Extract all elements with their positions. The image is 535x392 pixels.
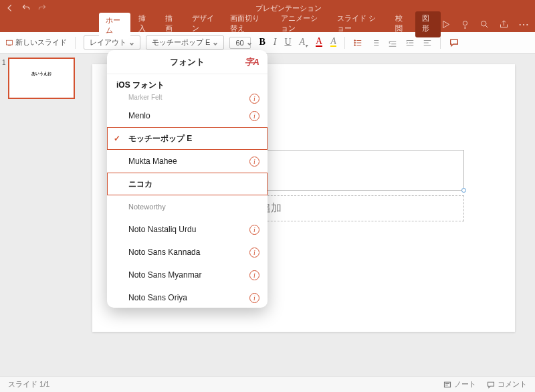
divider [75,37,76,49]
divider [344,37,345,49]
language-toggle-icon[interactable]: 字A [245,56,259,68]
font-effects-button[interactable]: A▾ [300,37,308,49]
bold-button[interactable]: B [259,37,265,47]
tab-animation[interactable]: アニメーション [274,11,330,37]
slide-counter: スライド 1/1 [8,379,49,389]
font-item[interactable]: ニコカ [107,173,268,195]
divider [440,37,441,49]
undo-icon[interactable] [21,3,31,13]
info-icon[interactable]: i [249,225,259,235]
tab-home[interactable]: ホーム [99,13,130,39]
info-icon[interactable]: i [249,157,259,167]
font-size-dropdown[interactable]: 60 [229,37,251,49]
bullets-icon[interactable] [353,38,362,47]
font-name-dropdown[interactable]: モッチーポップ E [146,35,224,50]
tab-insert[interactable]: 挿入 [132,11,157,37]
font-item[interactable]: Mukta Maheei [107,150,268,173]
svg-point-1 [481,21,487,26]
check-icon: ✓ [114,134,120,143]
font-color-button[interactable]: A [316,37,322,47]
info-icon[interactable]: i [249,248,259,258]
highlight-button[interactable]: A [330,37,336,47]
info-icon[interactable]: i [249,293,259,303]
info-icon[interactable]: i [249,270,259,280]
resize-handle[interactable] [461,188,466,193]
italic-button[interactable]: I [274,37,277,47]
status-bar: スライド 1/1 ノート コメント [0,376,535,392]
thumbnail-number: 1 [2,59,6,66]
search-icon[interactable] [479,19,490,29]
tab-design[interactable]: デザイン [185,11,223,37]
new-slide-button[interactable]: 新しいスライド [5,37,67,47]
paragraph-group [353,38,432,47]
tab-transition[interactable]: 画面切り替え [223,11,273,37]
underline-button[interactable]: U [284,37,291,47]
svg-point-0 [463,21,467,25]
lightbulb-icon[interactable] [460,19,470,29]
slide-thumbnail[interactable]: 1 あいうえお [8,58,75,99]
font-section-label: iOS フォント [107,74,268,94]
font-item[interactable]: Noteworthy [107,195,268,218]
svg-point-4 [354,42,356,43]
thumbnail-panel: 1 あいうえお [0,54,79,376]
font-item[interactable]: Marker Felti [107,94,268,104]
play-icon[interactable] [441,19,451,29]
ribbon-tabs: ホーム 挿入 描画 デザイン 画面切り替え アニメーション スライド ショー 校… [0,16,535,32]
svg-point-5 [354,44,356,45]
speech-icon[interactable] [449,37,459,48]
outdent-icon[interactable] [388,38,397,47]
indent-icon[interactable] [405,38,415,47]
comments-button[interactable]: コメント [487,379,527,389]
popover-title: フォント [170,56,205,68]
new-slide-label: 新しいスライド [15,37,67,47]
font-item[interactable]: Noto Sans Kannadai [107,241,268,264]
back-icon[interactable] [5,3,15,13]
svg-point-3 [354,39,356,41]
font-item-selected[interactable]: ✓ モッチーポップ E [107,127,268,150]
info-icon[interactable]: i [249,94,259,104]
svg-rect-2 [7,40,13,45]
thumbnail-title: あいうえお [9,71,74,77]
font-item[interactable]: Noto Nastaliq Urdui [107,218,268,241]
tab-slideshow[interactable]: スライド ショー [330,11,387,37]
redo-icon[interactable] [37,3,47,13]
info-icon[interactable]: i [249,111,259,121]
font-list[interactable]: Marker Felti Menloi ✓ モッチーポップ E Mukta Ma… [107,94,268,308]
share-icon[interactable] [499,19,509,29]
align-icon[interactable] [423,38,432,47]
tab-review[interactable]: 校閲 [389,11,414,37]
tab-draw[interactable]: 描画 [158,11,184,37]
font-item[interactable]: Noto Sans Oriyai [107,286,268,308]
popover-header: フォント 字A [107,50,268,74]
more-icon[interactable]: ⋯ [518,18,530,31]
font-item[interactable]: Menloi [107,104,268,127]
notes-button[interactable]: ノート [443,379,476,389]
svg-rect-6 [445,382,451,387]
font-popover: フォント 字A iOS フォント Marker Felti Menloi ✓ モ… [107,50,268,308]
numbering-icon[interactable] [370,38,380,47]
font-item[interactable]: Noto Sans Myanmari [107,264,268,286]
tab-shape[interactable]: 図形 [415,11,441,37]
workspace: 1 あいうえお いうえお プしてサブタイトルを追加 [0,54,535,376]
